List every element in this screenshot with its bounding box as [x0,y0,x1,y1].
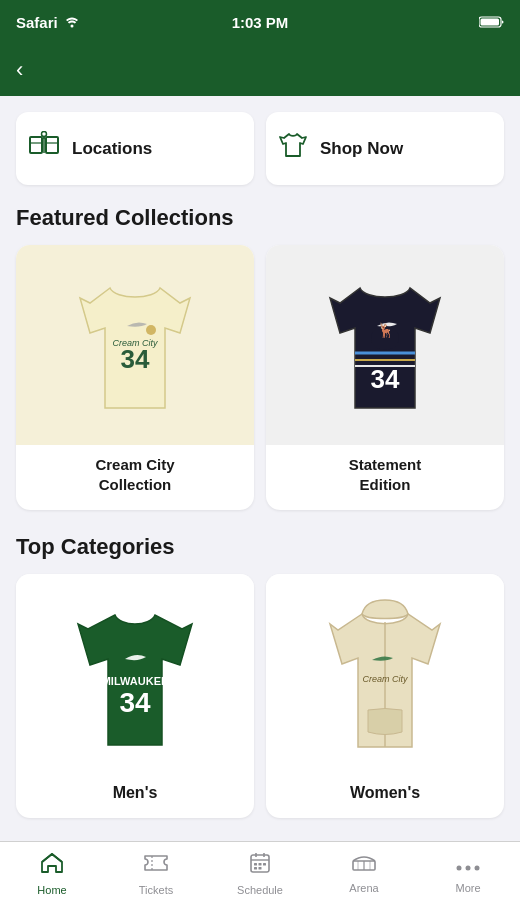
svg-rect-28 [254,863,257,866]
tickets-icon [143,852,169,880]
tab-arena[interactable]: Arena [312,852,416,894]
mens-label: Men's [16,774,254,818]
svg-text:34: 34 [119,687,151,718]
statement-jersey-svg: 🦌 34 [325,268,445,423]
svg-text:🦌: 🦌 [377,322,395,339]
svg-text:34: 34 [371,364,400,394]
battery-icon [479,16,504,28]
statement-edition-image-area: 🦌 34 [266,245,504,445]
womens-category-card[interactable]: Cream City Women's [266,574,504,818]
categories-grid: MILWAUKEE 34 Men's [16,574,504,818]
locations-label: Locations [72,139,152,159]
svg-point-37 [457,866,462,871]
svg-rect-3 [30,137,42,153]
back-button[interactable]: ‹ [16,57,23,83]
status-left: Safari [16,14,80,31]
locations-button[interactable]: Locations [16,112,254,185]
svg-text:MILWAUKEE: MILWAUKEE [102,675,169,687]
wifi-icon [64,16,80,28]
tab-schedule-label: Schedule [237,884,283,896]
nav-bar: ‹ [0,44,520,96]
svg-point-0 [70,25,73,28]
schedule-icon [249,852,271,880]
statement-edition-card[interactable]: 🦌 34 Statement Edition [266,245,504,510]
tab-tickets[interactable]: Tickets [104,852,208,896]
tab-home-label: Home [37,884,66,896]
tab-more[interactable]: More [416,852,520,894]
main-content: Locations Shop Now Featured Collections [0,96,520,908]
svg-point-8 [42,132,47,137]
top-categories-title: Top Categories [16,534,504,560]
svg-point-38 [466,866,471,871]
svg-rect-31 [254,867,257,870]
tab-tickets-label: Tickets [139,884,173,896]
svg-rect-4 [46,137,58,153]
shop-now-button[interactable]: Shop Now [266,112,504,185]
svg-text:Cream City: Cream City [362,674,408,684]
status-bar: Safari 1:03 PM [0,0,520,44]
statement-edition-label: Statement Edition [266,445,504,510]
tab-arena-label: Arena [349,882,378,894]
svg-text:Cream City: Cream City [112,338,158,348]
locations-icon [28,131,60,166]
svg-text:34: 34 [121,344,150,374]
shop-now-icon [278,130,308,167]
svg-point-39 [475,866,480,871]
svg-rect-30 [263,863,266,866]
status-right [479,16,504,28]
svg-point-12 [146,325,156,335]
arena-icon [351,852,377,878]
womens-label: Women's [266,774,504,818]
tab-schedule[interactable]: Schedule [208,852,312,896]
womens-image-area: Cream City [266,574,504,774]
cream-city-image-area: 34 Cream City [16,245,254,445]
mens-tshirt-svg: MILWAUKEE 34 [70,597,200,752]
quick-actions: Locations Shop Now [16,112,504,185]
cream-city-card[interactable]: 34 Cream City Cream City Collection [16,245,254,510]
carrier-label: Safari [16,14,58,31]
home-icon [40,852,64,880]
more-icon [456,852,480,878]
featured-collections-title: Featured Collections [16,205,504,231]
status-time: 1:03 PM [232,14,289,31]
mens-category-card[interactable]: MILWAUKEE 34 Men's [16,574,254,818]
shop-now-label: Shop Now [320,139,403,159]
tab-home[interactable]: Home [0,852,104,896]
svg-rect-29 [259,863,262,866]
mens-image-area: MILWAUKEE 34 [16,574,254,774]
cream-city-jersey-svg: 34 Cream City [75,268,195,423]
cream-city-label: Cream City Collection [16,445,254,510]
tab-bar: Home Tickets Schedule [0,841,520,924]
svg-rect-2 [481,19,500,26]
collections-grid: 34 Cream City Cream City Collection [16,245,504,510]
womens-hoodie-svg: Cream City [320,592,450,757]
svg-rect-32 [259,867,262,870]
tab-more-label: More [455,882,480,894]
